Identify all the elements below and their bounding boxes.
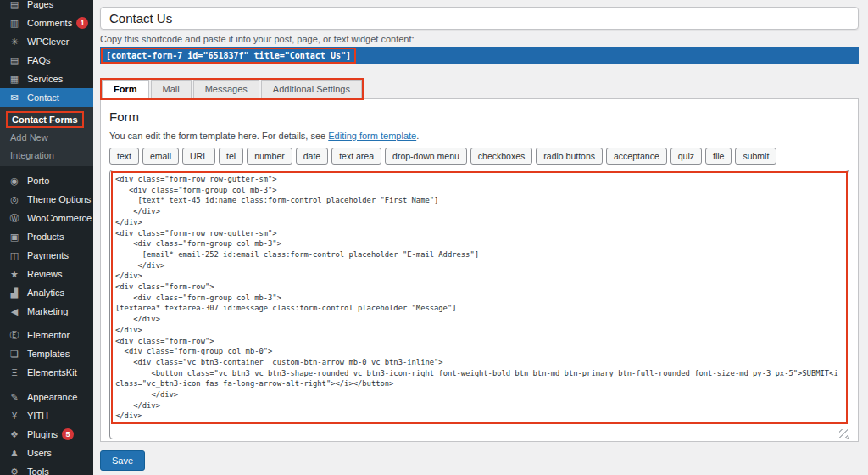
sidebar-item-faqs[interactable]: ▤ FAQs	[0, 51, 93, 70]
sidebar-item-label: Comments	[27, 18, 72, 28]
chart-icon: ▟	[8, 288, 20, 299]
plugins-count-badge: 5	[62, 428, 74, 440]
tab-additional-settings[interactable]: Additional Settings	[261, 80, 362, 98]
sidebar-item-templates[interactable]: ❏ Templates	[0, 344, 93, 363]
tag-button-file[interactable]: file	[705, 148, 732, 165]
annotation-box-shortcode: [contact-form-7 id="651837f" title="Cont…	[101, 48, 356, 64]
submenu-item-add-new[interactable]: Add New	[0, 128, 93, 146]
envelope-icon: ✉	[8, 92, 20, 103]
sidebar-item-services[interactable]: ▦ Services	[0, 70, 93, 88]
sidebar-item-label: WPClever	[27, 36, 70, 47]
sidebar-item-theme-options[interactable]: ◎ Theme Options	[0, 190, 93, 209]
woocommerce-icon: Ⓦ	[8, 212, 20, 225]
annotation-box-contact-forms: Contact Forms	[6, 111, 84, 128]
theme-options-icon: ◎	[8, 194, 20, 205]
shortcode-bar[interactable]: [contact-form-7 id="651837f" title="Cont…	[100, 47, 859, 64]
annotation-box-template-code: <div class="form-row row-gutter-sm"> <di…	[111, 171, 848, 424]
tab-messages[interactable]: Messages	[193, 80, 259, 98]
yith-icon: ¥	[8, 411, 20, 421]
sidebar-item-label: Analytics	[27, 288, 64, 298]
tag-button-text-area[interactable]: text area	[331, 148, 381, 165]
sidebar-item-label: Marketing	[27, 306, 68, 316]
sidebar-item-label: Services	[27, 74, 63, 84]
shortcode-value: [contact-form-7 id="651837f" title="Cont…	[106, 51, 351, 60]
sidebar-item-comments[interactable]: ▥ Comments 1	[0, 14, 93, 32]
sidebar-item-elementskit[interactable]: Ξ ElementsKit	[0, 363, 93, 382]
sidebar-item-payments[interactable]: ◫ Payments	[0, 246, 93, 265]
sidebar-item-analytics[interactable]: ▟ Analytics	[0, 283, 93, 302]
tag-button-submit[interactable]: submit	[735, 148, 776, 165]
tag-button-email[interactable]: email	[142, 148, 179, 165]
submenu-item-contact-forms[interactable]: Contact Forms	[0, 110, 93, 128]
megaphone-icon: ◀	[8, 306, 20, 317]
payments-icon: ◫	[8, 250, 20, 261]
sidebar-item-label: Reviews	[27, 269, 63, 279]
tag-generator-row: text email URL tel number date text area…	[109, 148, 849, 165]
tag-button-acceptance[interactable]: acceptance	[606, 148, 667, 165]
form-template-textarea[interactable]: <div class="form-row row-gutter-sm"> <di…	[109, 170, 849, 439]
tag-button-date[interactable]: date	[296, 148, 328, 165]
sidebar-item-label: Payments	[27, 250, 69, 260]
sidebar-item-yith[interactable]: ¥ YITH	[0, 406, 93, 425]
submenu-item-label: Integration	[10, 150, 54, 160]
tag-button-drop-down-menu[interactable]: drop-down menu	[385, 148, 467, 165]
elementor-icon: Ⓔ	[8, 329, 20, 342]
sidebar-item-label: Plugins	[27, 429, 58, 439]
tag-button-tel[interactable]: tel	[219, 148, 243, 165]
sidebar-item-appearance[interactable]: ✎ Appearance	[0, 388, 93, 406]
sidebar-item-woocommerce[interactable]: Ⓦ WooCommerce	[0, 209, 93, 227]
wordpress-admin-screen: ▤ Pages ▥ Comments 1 ✳ WPClever ▤ FAQs ▦…	[0, 0, 868, 475]
panel-description: You can edit the form template here. For…	[109, 131, 849, 141]
wpclever-icon: ✳	[8, 36, 20, 48]
sidebar-item-users[interactable]: ♟ Users	[0, 444, 93, 462]
sidebar-item-contact[interactable]: ✉ Contact	[0, 88, 93, 107]
services-icon: ▦	[8, 74, 20, 85]
tab-mail[interactable]: Mail	[151, 80, 192, 98]
comments-count-badge: 1	[76, 17, 88, 29]
elementskit-icon: Ξ	[8, 367, 20, 377]
tag-button-checkboxes[interactable]: checkboxes	[470, 148, 532, 165]
form-template-code: <div class="form-row row-gutter-sm"> <di…	[115, 174, 843, 422]
form-tab-panel: Form You can edit the form template here…	[100, 98, 859, 442]
editor-tabs: Form Mail Messages Additional Settings	[100, 78, 364, 100]
sidebar-item-label: ElementsKit	[27, 367, 77, 377]
sidebar-item-elementor[interactable]: Ⓔ Elementor	[0, 326, 93, 344]
star-icon: ★	[8, 269, 20, 280]
sidebar-item-reviews[interactable]: ★ Reviews	[0, 265, 93, 283]
panel-heading: Form	[109, 109, 849, 124]
save-button[interactable]: Save	[100, 450, 145, 471]
pages-icon: ▤	[8, 0, 20, 10]
sidebar-item-label: WooCommerce	[27, 213, 92, 223]
tag-button-quiz[interactable]: quiz	[670, 148, 702, 165]
porto-icon: ◉	[8, 176, 20, 187]
sidebar-item-tools[interactable]: ⚙ Tools	[0, 462, 93, 475]
tag-button-url[interactable]: URL	[182, 148, 215, 165]
sidebar-item-label: Porto	[27, 176, 49, 186]
products-icon: ▣	[8, 232, 20, 243]
submenu-item-label: Add New	[10, 132, 48, 142]
sidebar-item-plugins[interactable]: ❖ Plugins 5	[0, 425, 93, 444]
editing-form-template-link[interactable]: Editing form template	[328, 131, 416, 141]
sidebar-item-label: Templates	[27, 349, 70, 359]
description-period: .	[416, 131, 419, 141]
tag-button-number[interactable]: number	[247, 148, 292, 165]
contact-submenu: Contact Forms Add New Integration	[0, 107, 93, 166]
admin-sidebar: ▤ Pages ▥ Comments 1 ✳ WPClever ▤ FAQs ▦…	[0, 0, 93, 475]
brush-icon: ✎	[8, 392, 20, 403]
tag-button-radio-buttons[interactable]: radio buttons	[536, 148, 603, 165]
sidebar-item-label: Appearance	[27, 392, 77, 402]
tag-button-text[interactable]: text	[109, 148, 139, 165]
sidebar-item-porto[interactable]: ◉ Porto	[0, 171, 93, 190]
sidebar-item-wpclever[interactable]: ✳ WPClever	[0, 32, 93, 51]
sidebar-item-label: Users	[27, 448, 52, 458]
sidebar-item-pages[interactable]: ▤ Pages	[0, 0, 93, 14]
sidebar-item-products[interactable]: ▣ Products	[0, 227, 93, 246]
sidebar-item-label: YITH	[27, 411, 48, 421]
submenu-item-integration[interactable]: Integration	[0, 146, 93, 164]
resize-grip[interactable]	[839, 429, 848, 438]
sidebar-item-label: Elementor	[27, 330, 70, 340]
tab-form[interactable]: Form	[102, 80, 149, 98]
sidebar-item-marketing[interactable]: ◀ Marketing	[0, 302, 93, 321]
form-title-input[interactable]: Contact Us	[100, 7, 859, 30]
shortcode-instruction: Copy this shortcode and paste it into yo…	[100, 34, 415, 44]
